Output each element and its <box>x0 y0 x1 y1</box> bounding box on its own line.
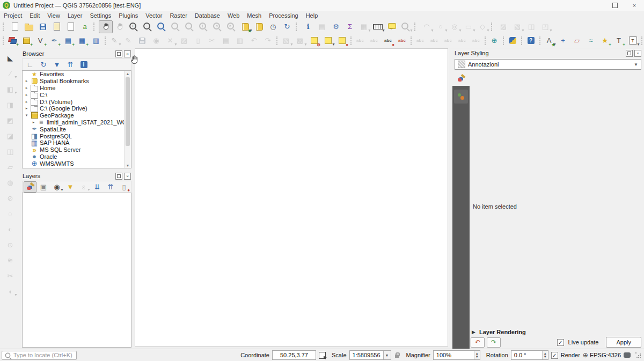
menu-layer[interactable]: Layer <box>64 12 86 19</box>
temporal-controller[interactable]: ◷ <box>266 20 280 33</box>
show-map-tips[interactable] <box>385 20 399 33</box>
new-print-layout[interactable] <box>50 20 64 33</box>
browser-item-d-volume[interactable]: ▸D:\ (Volume) <box>23 98 131 105</box>
menu-view[interactable]: View <box>43 12 64 19</box>
spin-down-icon[interactable]: ▼ <box>544 355 547 358</box>
lock-scale-icon[interactable] <box>395 355 399 358</box>
measure[interactable]: ▼ <box>371 20 385 33</box>
help[interactable]: ? <box>524 34 538 47</box>
expander-icon[interactable]: ▸ <box>24 93 29 97</box>
metasearch[interactable]: ⊕ <box>487 34 501 47</box>
data-source-manager[interactable]: + <box>5 34 19 47</box>
browser-item-limiti-admin-istat-2021-wgs84-gpkg[interactable]: ▸≣limiti_admin_ISTAT_2021_WGS84.gpkg <box>23 119 131 126</box>
styling-float-button[interactable] <box>626 50 633 57</box>
zoom-in[interactable]: + <box>127 20 141 33</box>
show-spatial-bookmarks[interactable] <box>252 20 266 33</box>
browser-item-favorites[interactable]: ★Favorites <box>23 71 131 78</box>
menu-web[interactable]: Web <box>224 12 243 19</box>
scrollbar-thumb[interactable] <box>126 77 130 146</box>
layer-rendering-section[interactable]: ▶ Layer Rendering <box>472 329 526 335</box>
menu-processing[interactable]: Processing <box>265 12 302 19</box>
expand-all[interactable]: ⇊ <box>91 181 104 193</box>
menu-vector[interactable]: Vector <box>142 12 166 19</box>
close-window-button[interactable]: × <box>625 0 644 11</box>
select-annotation[interactable]: + <box>556 34 570 47</box>
spin-down-icon[interactable]: ▼ <box>475 355 479 358</box>
processing-toolbox[interactable]: ⚙ <box>329 20 343 33</box>
text-annotation-tool[interactable]: T+ <box>612 34 626 47</box>
restore-window-button[interactable] <box>605 0 625 11</box>
browser-scrollbar[interactable]: ▲ ▼ <box>124 71 131 168</box>
identify-features[interactable]: ℹ <box>301 20 315 33</box>
extent-pointer-icon[interactable] <box>319 352 326 359</box>
browser-properties[interactable]: i <box>77 59 90 70</box>
menu-project[interactable]: Project <box>0 12 26 19</box>
menu-help[interactable]: Help <box>302 12 322 19</box>
open-project[interactable] <box>22 20 36 33</box>
menu-settings[interactable]: Settings <box>86 12 115 19</box>
zoom-out[interactable]: − <box>141 20 155 33</box>
polygon-annotation[interactable]: ▱ <box>570 34 584 47</box>
crs-indicator[interactable]: ⊕ EPSG:4326 <box>583 352 621 358</box>
apply-button[interactable]: Apply <box>606 337 641 348</box>
browser-item-home[interactable]: ▸Home <box>23 85 131 92</box>
text-along-line[interactable]: T▼ <box>626 34 640 47</box>
marker-annotation[interactable]: ★+ <box>598 34 612 47</box>
line-annotation[interactable]: ≈ <box>584 34 598 47</box>
python-console[interactable] <box>506 34 519 47</box>
undo-style-button[interactable]: ↶ <box>471 337 485 348</box>
locate-input[interactable]: Type to locate (Ctrl+K) <box>2 351 77 360</box>
chevron-down-icon[interactable]: ▼ <box>383 351 391 359</box>
filter-legend[interactable]: ▼ <box>64 181 77 193</box>
new-shapefile-layer[interactable]: V+ <box>33 34 47 47</box>
browser-item-oracle[interactable]: ●Oracle <box>23 153 131 160</box>
pan-map[interactable] <box>99 20 113 33</box>
menu-mesh[interactable]: Mesh <box>243 12 265 19</box>
highlight-pinned-labels[interactable]: abc● <box>381 34 395 47</box>
save-project[interactable] <box>36 20 50 33</box>
rotation-spinbox[interactable]: 0.0 ° ▲▼ <box>511 350 548 360</box>
layers-close-button[interactable]: × <box>124 173 131 180</box>
collapse-all-layers[interactable]: ⇈ <box>104 181 117 193</box>
styling-close-button[interactable]: × <box>634 50 641 57</box>
live-update-checkbox[interactable]: ✓ <box>557 339 564 346</box>
browser-item-postgresql[interactable]: ◨PostgreSQL <box>23 132 131 139</box>
browser-item-c-google-drive[interactable]: ▸C:\ (Google Drive) <box>23 105 131 112</box>
refresh-browser[interactable]: ↻ <box>37 59 50 70</box>
layers-float-button[interactable] <box>115 173 122 180</box>
expander-icon[interactable]: ▾ <box>24 113 29 117</box>
tab-symbology[interactable] <box>452 72 470 86</box>
new-mesh-layer[interactable]: ▦+ <box>75 34 89 47</box>
filter-browser[interactable]: ▼ <box>50 59 63 70</box>
browser-item-partial-item[interactable]: ▦ <box>23 167 131 168</box>
coordinate-input[interactable]: 50.25,3.77 <box>272 350 316 360</box>
browser-item-ms-sql-server[interactable]: »MS SQL Server <box>23 146 131 153</box>
menu-plugins[interactable]: Plugins <box>115 12 142 19</box>
show-layout-manager[interactable] <box>64 20 78 33</box>
remove-layer[interactable]: ▯● <box>118 181 130 193</box>
style-manager[interactable]: a <box>78 20 92 33</box>
tab-annotation-style[interactable] <box>454 90 468 104</box>
magnifier-spinbox[interactable]: 100% ▲▼ <box>433 350 480 360</box>
new-geopackage-layer[interactable]: + <box>19 34 33 47</box>
expander-icon[interactable]: ▸ <box>31 120 36 124</box>
expander-icon[interactable]: ▸ <box>24 79 29 83</box>
menu-database[interactable]: Database <box>191 12 224 19</box>
layers-list-empty[interactable] <box>22 193 131 348</box>
new-spatial-bookmark[interactable]: ★▼ <box>238 20 252 33</box>
refresh-map[interactable]: ↻ <box>280 20 294 33</box>
add-group[interactable]: ▣ <box>37 181 50 193</box>
advanced-digitizing-panel[interactable]: ◣ <box>3 51 17 64</box>
new-virtual-layer[interactable]: ▤+ <box>61 34 75 47</box>
new-form-annotation[interactable]: ▼ <box>321 34 335 47</box>
new-gpx-layer[interactable]: ▥ <box>89 34 103 47</box>
statistical-summary[interactable]: Σ <box>343 20 357 33</box>
new-spatialite-layer[interactable]: ✒+ <box>47 34 61 47</box>
menu-edit[interactable]: Edit <box>26 12 43 19</box>
browser-item-wms-wmts[interactable]: ⊕WMS/WMTS <box>23 160 131 167</box>
new-project[interactable] <box>8 20 22 33</box>
scroll-up-icon[interactable]: ▲ <box>126 71 130 76</box>
browser-close-button[interactable]: × <box>124 50 131 57</box>
annotation-symbol[interactable]: A★▼ <box>542 34 556 47</box>
layer-select-combo[interactable]: Annotazioni ▼ <box>455 59 641 70</box>
